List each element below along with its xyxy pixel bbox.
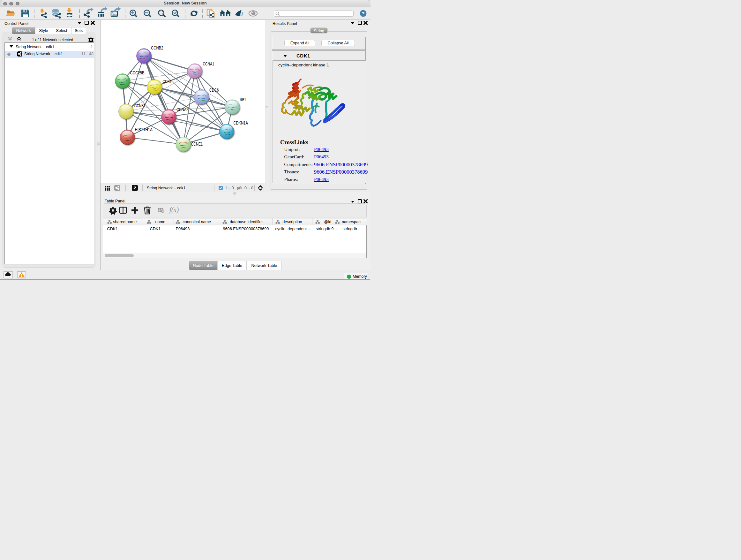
svg-text:?: ?: [361, 11, 364, 16]
svg-text:CCNA2: CCNA2: [177, 107, 188, 112]
svg-text:CDC6: CDC6: [209, 88, 219, 92]
svg-text:CDC25B: CDC25B: [130, 71, 145, 75]
svg-text:CDKN1A: CDKN1A: [233, 121, 248, 125]
svg-text:CCNB2: CCNB2: [151, 46, 163, 51]
svg-text:CCNA1: CCNA1: [203, 62, 214, 66]
svg-text:f(x): f(x): [170, 206, 179, 213]
svg-text:RB1: RB1: [240, 98, 246, 102]
svg-text:HIST1H1A: HIST1H1A: [135, 127, 153, 132]
svg-text:CCNB1: CCNB1: [134, 104, 145, 108]
svg-text:CDK1: CDK1: [163, 79, 172, 84]
svg-text:CCNE1: CCNE1: [191, 142, 203, 146]
